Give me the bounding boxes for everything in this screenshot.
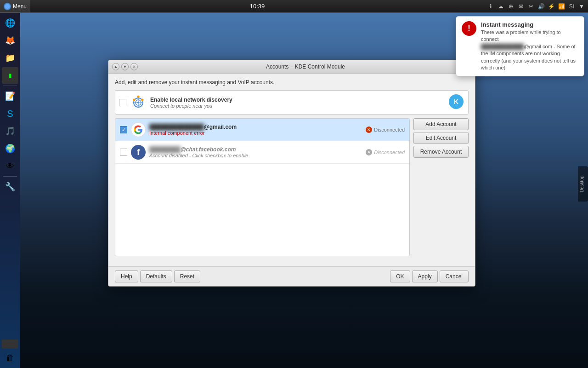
accounts-dialog: ▲ ▼ ✕ Accounts – KDE Control Module Add,… [108, 60, 475, 287]
defaults-button[interactable]: Defaults [140, 270, 172, 282]
dialog-title: Accounts – KDE Control Module [140, 63, 471, 70]
volume-tray-icon[interactable]: 🔊 [537, 3, 545, 10]
facebook-connection: ✕ Disconnected [366, 149, 405, 155]
cloud-tray-icon[interactable]: ☁ [497, 3, 504, 10]
sidebar-divider-2 [3, 176, 17, 177]
clock: 10:39 [30, 3, 484, 10]
facebook-checkbox[interactable] [120, 149, 127, 156]
account-row-facebook[interactable]: f ████████@chat.facebook.com Account dis… [115, 141, 409, 164]
gmail-email: ██████████████@gmail.com [149, 124, 362, 130]
sidebar-app-trash[interactable]: 🗑 [2, 350, 18, 366]
facebook-email: ████████@chat.facebook.com [149, 146, 362, 153]
sidebar-app-files[interactable]: 📁 [2, 50, 18, 66]
notification-content: Instant messaging There was a problem wh… [481, 21, 578, 71]
footer-right-buttons: OK Apply Cancel [390, 270, 469, 282]
accounts-buttons: Add Account Edit Account Remove Account [413, 118, 469, 256]
apply-button[interactable]: Apply [412, 270, 438, 282]
network-tray-icon[interactable]: ⊕ [507, 3, 514, 10]
network-discovery-text: Enable local network discovery Connect t… [150, 97, 232, 109]
menu-button[interactable]: Menu [0, 0, 30, 12]
window-up-button[interactable]: ▲ [112, 63, 119, 70]
sidebar-app-terminal[interactable]: ▮ [2, 67, 18, 84]
notification-popup: ! Instant messaging There was a problem … [456, 16, 584, 76]
taskbar: Menu 10:39 ℹ ☁ ⊕ ✉ ✂ 🔊 ⚡ 📶 Si ▼ [0, 0, 588, 13]
footer-left-buttons: Help Defaults Reset [115, 270, 200, 282]
accounts-list: ✓ ██████████████@gm [115, 118, 410, 256]
gmail-status: Internal component error [149, 130, 362, 136]
network-discovery-label: Enable local network discovery [150, 97, 232, 103]
taskbar-right: ℹ ☁ ⊕ ✉ ✂ 🔊 ⚡ 📶 Si ▼ [484, 3, 588, 10]
facebook-status-icon: ✕ [366, 149, 372, 155]
remove-account-button[interactable]: Remove Account [413, 146, 469, 158]
bluetooth-tray-icon[interactable]: ⚡ [548, 3, 555, 10]
dialog-titlebar: ▲ ▼ ✕ Accounts – KDE Control Module [108, 60, 475, 74]
network-discovery-icon [130, 94, 147, 111]
svg-point-6 [141, 98, 144, 101]
google-account-icon [131, 122, 146, 137]
accounts-area: ✓ ██████████████@gm [115, 118, 469, 256]
mail-tray-icon[interactable]: ✉ [517, 3, 525, 10]
gmail-account-info: ██████████████@gmail.com Internal compon… [149, 124, 362, 136]
sidebar-app-browser2[interactable]: 🌍 [2, 140, 18, 157]
edit-account-button[interactable]: Edit Account [413, 132, 469, 144]
wifi-tray-icon[interactable]: 📶 [558, 3, 565, 10]
scissors-tray-icon[interactable]: ✂ [527, 3, 535, 10]
sidebar: 🌐 🦊 📁 ▮ 📝 S 🎵 🌍 👁 🔧 🗑 [0, 13, 20, 368]
desktop: Menu 10:39 ℹ ☁ ⊕ ✉ ✂ 🔊 ⚡ 📶 Si ▼ 🌐 🦊 📁 ▮ … [0, 0, 588, 368]
ok-button[interactable]: OK [390, 270, 410, 282]
desktop-sidebar-button[interactable]: Desktop [578, 167, 588, 202]
sidebar-app-media[interactable]: 🎵 [2, 123, 18, 139]
dialog-footer: Help Defaults Reset OK Apply Cancel [108, 266, 475, 286]
facebook-account-info: ████████@chat.facebook.com Account disab… [149, 146, 362, 158]
facebook-status: Account disabled - Click checkbox to ena… [149, 153, 362, 158]
dialog-content: Add, edit and remove your instant messag… [108, 74, 475, 266]
gmail-checkbox[interactable]: ✓ [120, 126, 127, 133]
svg-point-5 [133, 98, 136, 101]
gmail-status-icon: ✕ [366, 126, 372, 133]
kde-icon-area: K [448, 93, 464, 111]
sidebar-divider-1 [3, 86, 17, 86]
add-account-button[interactable]: Add Account [413, 118, 469, 130]
sidebar-app-skype[interactable]: S [2, 105, 18, 122]
dialog-description: Add, edit and remove your instant messag… [115, 79, 469, 86]
notification-body: There was a problem while trying to conn… [481, 29, 578, 71]
sidebar-app-video[interactable] [2, 339, 18, 349]
svg-text:K: K [454, 98, 458, 105]
network-discovery-sublabel: Connect to people near you [150, 103, 232, 109]
help-button[interactable]: Help [115, 270, 138, 282]
gmail-connection: ✕ Disconnected [366, 126, 405, 133]
sidebar-app-firefox[interactable]: 🦊 [2, 32, 18, 49]
network-discovery-row: Enable local network discovery Connect t… [115, 90, 469, 115]
account-row-gmail[interactable]: ✓ ██████████████@gm [115, 119, 409, 141]
window-close-button[interactable]: ✕ [130, 63, 138, 70]
cancel-button[interactable]: Cancel [440, 270, 469, 282]
notification-title: Instant messaging [481, 21, 578, 28]
sidebar-app-chrome[interactable]: 🌐 [2, 15, 18, 31]
info-tray-icon[interactable]: ℹ [487, 3, 494, 10]
svg-point-7 [137, 95, 140, 98]
user-tray[interactable]: Si [568, 3, 575, 10]
menu-label: Menu [13, 3, 27, 10]
notification-error-icon: ! [462, 21, 476, 36]
sidebar-app-notes[interactable]: 📝 [2, 88, 18, 104]
facebook-account-icon: f [131, 145, 146, 160]
window-down-button[interactable]: ▼ [121, 63, 129, 70]
sidebar-app-view[interactable]: 👁 [2, 158, 18, 174]
network-discovery-checkbox[interactable] [119, 99, 126, 106]
sidebar-app-wrench[interactable]: 🔧 [2, 178, 18, 195]
reset-button[interactable]: Reset [174, 270, 200, 282]
expand-tray-icon[interactable]: ▼ [578, 3, 585, 10]
